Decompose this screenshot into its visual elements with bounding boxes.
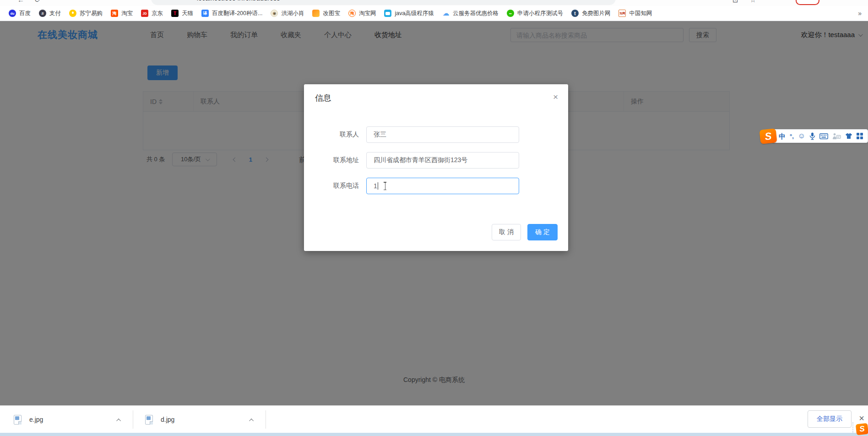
bookmark-label: 申请小程序测试号 (517, 10, 563, 17)
bookmark-label: 改图宝 (323, 10, 340, 17)
field-label: 联系地址 (304, 156, 359, 164)
sogou-logo-icon[interactable]: S (759, 128, 777, 144)
divider (266, 410, 266, 429)
downloads-bar: e.jpg d.jpg 全部显示 × (0, 405, 868, 433)
bookmark-baidu[interactable]: du百度 (5, 7, 35, 19)
star-icon[interactable]: ☆ (750, 0, 756, 4)
tmall-icon: T (171, 10, 179, 17)
bookmark-suning[interactable]: 苏宁易购 (65, 7, 107, 19)
bookmark-taobao[interactable]: 淘淘宝 (107, 7, 137, 19)
text-caret (378, 182, 378, 190)
browser-update-pill[interactable] (796, 0, 819, 5)
bookmark-taobao-wang[interactable]: 淘淘宝网 (344, 7, 380, 19)
browser-toolbar: ← ⟳ localhost:8084/front/address ⊡ ☆ (0, 0, 868, 6)
bookmark-label: java高级程序猿 (395, 10, 434, 17)
form-row-phone: 联系电话 (304, 178, 519, 194)
bottom-edge-strip (0, 433, 868, 436)
jd-icon: JD (141, 10, 148, 17)
field-label: 联系人 (304, 131, 359, 139)
bookmark-label: 云服务器优惠价格 (453, 10, 499, 17)
ime-punctuation-icon[interactable]: °, (790, 133, 794, 139)
ibeam-cursor (383, 182, 387, 190)
dialog-title: 信息 (315, 93, 331, 104)
bookmark-java[interactable]: java高级程序猿 (380, 7, 438, 19)
bookmark-label: 支付 (49, 10, 61, 17)
download-item-e-jpg[interactable]: e.jpg (0, 406, 133, 433)
gaitubao-icon (312, 10, 320, 17)
baidu-icon: du (9, 10, 16, 17)
wechat-icon: •• (507, 10, 514, 17)
bookmark-label: 百度翻译-200种语... (212, 10, 262, 17)
bookmark-label: 中国知网 (629, 10, 652, 17)
bookmark-label: 百度 (19, 10, 31, 17)
bookmark-honghuxiaoxiao[interactable]: ◉洪湖小肖 (266, 7, 308, 19)
bookmark-tmall[interactable]: T天猫 (167, 7, 197, 19)
image-file-icon (145, 415, 153, 425)
bookmark-jd[interactable]: JD京东 (137, 7, 167, 19)
bookmark-label: 免费图片网 (582, 10, 611, 17)
bookmark-miniprogram[interactable]: ••申请小程序测试号 (503, 7, 567, 19)
contact-address-field[interactable] (366, 152, 519, 169)
bookmark-baidu-fanyi[interactable]: 译百度翻译-200种语... (197, 7, 266, 19)
contact-name-field[interactable] (366, 126, 519, 143)
chevron-up-icon[interactable] (118, 415, 121, 424)
ime-menu-grid-icon[interactable] (857, 133, 863, 139)
microphone-icon[interactable] (809, 132, 815, 140)
bookmark-cnki[interactable]: 知网中国知网 (614, 7, 656, 19)
dialog-footer: 取 消 确 定 (492, 224, 558, 240)
skin-shirt-icon[interactable] (845, 133, 852, 139)
form-row-contact: 联系人 (304, 126, 519, 143)
download-filename: e.jpg (29, 416, 43, 423)
bookmark-free-images[interactable]: t免费图片网 (567, 7, 615, 19)
address-dialog: 信息 × 联系人 联系地址 联系电话 取 消 确 定 (304, 84, 568, 251)
pay-icon: S (39, 10, 46, 17)
bookmark-label: 京东 (152, 10, 163, 17)
url-text: localhost:8084/front/address (197, 0, 280, 2)
ime-emoji-icon[interactable]: ☺ (798, 132, 805, 140)
owl-icon: ◉ (271, 10, 278, 17)
confirm-button[interactable]: 确 定 (527, 224, 558, 240)
bookmark-label: 洪湖小肖 (281, 10, 304, 17)
sogou-corner-logo-icon[interactable]: S (856, 423, 868, 436)
bookmark-label: 苏宁易购 (80, 10, 103, 17)
download-filename: d.jpg (161, 416, 174, 423)
download-item-d-jpg[interactable]: d.jpg (133, 406, 266, 433)
image-file-icon (14, 415, 22, 425)
address-bar[interactable]: localhost:8084/front/address (151, 0, 616, 5)
bookmarks-overflow-chevron[interactable]: » (858, 10, 862, 17)
ime-mode-chinese[interactable]: 中 (779, 133, 786, 140)
reload-icon[interactable]: ⟳ (35, 0, 41, 4)
ime-bar: 中 °, ☺ (773, 129, 868, 143)
translate-icon: 译 (201, 10, 209, 17)
bookmark-zhifu[interactable]: S支付 (35, 7, 65, 19)
sogou-drag-dots (852, 422, 853, 433)
back-icon[interactable]: ← (17, 0, 24, 4)
bookmark-label: 淘宝网 (359, 10, 376, 17)
field-label: 联系电话 (304, 182, 359, 190)
cnki-icon: 知网 (618, 10, 626, 17)
bookmark-add-icon[interactable]: ⊡ (732, 0, 738, 4)
cancel-button[interactable]: 取 消 (492, 224, 521, 240)
handwriting-person-icon[interactable] (832, 133, 841, 140)
close-icon[interactable]: × (551, 91, 560, 103)
form-row-address: 联系地址 (304, 152, 519, 169)
close-downloads-bar-icon[interactable]: × (857, 412, 866, 425)
cloud-icon: ☁ (442, 10, 450, 17)
tv-icon (384, 10, 391, 17)
bookmark-gaitubao[interactable]: 改图宝 (308, 7, 344, 19)
keyboard-icon[interactable] (819, 133, 828, 139)
taobao-net-icon: 淘 (348, 10, 356, 17)
image-site-icon: t (571, 10, 579, 17)
bookmarks-bar: du百度 S支付 苏宁易购 淘淘宝 JD京东 T天猫 译百度翻译-200种语..… (0, 6, 868, 21)
bookmark-cloud-server[interactable]: ☁云服务器优惠价格 (438, 7, 503, 19)
web-page: 在线美妆商城 首页 购物车 我的订单 收藏夹 个人中心 收货地址 搜索 欢迎你！… (0, 21, 868, 405)
show-all-downloads-button[interactable]: 全部显示 (808, 410, 852, 428)
bookmark-label: 淘宝 (121, 10, 133, 17)
contact-phone-field[interactable] (366, 178, 519, 194)
bookmark-label: 天猫 (182, 10, 193, 17)
screen: ← ⟳ localhost:8084/front/address ⊡ ☆ du百… (0, 0, 868, 436)
ime-toolbar: S 中 °, ☺ (760, 129, 868, 143)
chevron-up-icon[interactable] (250, 415, 254, 424)
taobao-icon: 淘 (111, 10, 118, 17)
suning-icon (69, 10, 76, 17)
